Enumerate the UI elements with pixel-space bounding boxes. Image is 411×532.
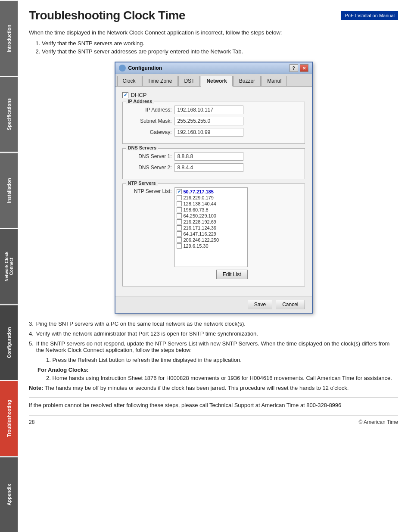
gateway-row: Gateway:: [127, 128, 300, 137]
gateway-input[interactable]: [174, 128, 243, 137]
ntp-checkbox-2[interactable]: [177, 201, 182, 206]
intro-step-2: Verify that the SNTP server addresses ar…: [42, 48, 398, 55]
tab-clock[interactable]: Clock: [117, 76, 141, 86]
dialog-title-area: Configuration: [119, 65, 162, 72]
copyright: © American Time: [358, 419, 398, 425]
ntp-ip-0: 50.77.217.185: [184, 189, 214, 194]
dialog-controls: ? ✕: [290, 64, 308, 72]
edit-list-row: Edit List: [174, 270, 248, 279]
ntp-ip-6: 216.171.124.36: [184, 225, 216, 230]
bottom-steps: 3. Ping the SNTP servers with a PC on th…: [29, 320, 398, 391]
tab-manuf[interactable]: Manuf: [262, 76, 287, 86]
ntp-item-4[interactable]: 64.250.229.100: [177, 213, 246, 219]
dialog-help-button[interactable]: ?: [290, 64, 298, 72]
ntp-ip-2: 128.138.140.44: [184, 201, 216, 206]
ip-address-input[interactable]: [174, 106, 243, 114]
analog-clocks-step: 2. Home hands using Instruction Sheet 18…: [46, 375, 398, 381]
intro-text: When the time displayed in the Network C…: [29, 29, 398, 36]
sidebar: Introduction Specifications Installation…: [0, 0, 18, 532]
dns2-input[interactable]: [174, 163, 243, 172]
subnet-mask-label: Subnet Mask:: [127, 118, 174, 124]
ntp-ip-5: 216.228.192.69: [184, 219, 216, 224]
ntp-item-8[interactable]: 206.246.122.250: [177, 237, 246, 243]
ntp-item-6[interactable]: 216.171.124.36: [177, 225, 246, 231]
ntp-checkbox-4[interactable]: [177, 213, 182, 218]
step-3: 3. Ping the SNTP servers with a PC on th…: [29, 320, 398, 327]
dns1-row: DNS Server 1:: [127, 152, 300, 161]
manual-badge: PoE Installation Manual: [341, 11, 398, 20]
dns2-label: DNS Server 2:: [127, 165, 174, 171]
step-5-text: If the SNTP servers do not respond, upda…: [36, 340, 398, 353]
ntp-checkbox-1[interactable]: [177, 195, 182, 200]
dns2-row: DNS Server 2:: [127, 163, 300, 172]
dialog-title-text: Configuration: [128, 65, 162, 71]
footer-text: If the problem cannot be resolved after …: [29, 397, 398, 408]
note-paragraph: Note: The hands may be off by minutes or…: [29, 385, 398, 391]
ntp-checkbox-8[interactable]: [177, 237, 182, 243]
analog-clocks-header: For Analog Clocks:: [37, 367, 398, 373]
ntp-item-2[interactable]: 128.138.140.44: [177, 201, 246, 207]
subnet-mask-input[interactable]: [174, 117, 243, 125]
edit-list-button[interactable]: Edit List: [216, 270, 248, 279]
ntp-server-list-label: NTP Server List:: [127, 187, 174, 194]
ntp-checkbox-0[interactable]: ✔: [177, 189, 182, 194]
dialog-footer: Save Cancel: [115, 296, 312, 313]
ntp-item-1[interactable]: 216.229.0.179: [177, 195, 246, 201]
ntp-item-0[interactable]: ✔50.77.217.185: [177, 189, 246, 195]
ip-address-row: IP Address:: [127, 106, 300, 114]
dialog-titlebar: Configuration ? ✕: [115, 62, 312, 74]
intro-step-1: Verify that the SNTP servers are working…: [42, 40, 398, 47]
dns-servers-group-label: DNS Servers: [126, 145, 159, 150]
sidebar-tab-troubleshooting[interactable]: Troubleshooting: [0, 380, 18, 456]
ntp-item-9[interactable]: 129.6.15.30: [177, 243, 246, 249]
gateway-label: Gateway:: [127, 129, 174, 135]
step-5: 5. If the SNTP servers do not respond, u…: [29, 340, 398, 353]
ntp-checkbox-3[interactable]: [177, 207, 182, 212]
subnet-mask-row: Subnet Mask:: [127, 117, 300, 125]
cancel-button[interactable]: Cancel: [276, 300, 305, 309]
config-dialog: Configuration ? ✕ Clock Time Zone DST Ne…: [115, 62, 313, 314]
sidebar-tab-configuration[interactable]: Configuration: [0, 304, 18, 380]
dialog-body: ✔ DHCP IP Address IP Address: Subnet Mas…: [115, 87, 312, 296]
main-content: Troubleshooting Clock Time PoE Installat…: [18, 0, 411, 436]
step-4-num: 4.: [29, 330, 34, 337]
dns1-label: DNS Server 1:: [127, 153, 174, 159]
dhcp-checkbox[interactable]: ✔: [122, 92, 128, 98]
ntp-checkbox-9[interactable]: [177, 243, 182, 249]
save-button[interactable]: Save: [248, 300, 272, 309]
note-content: The hands may be off by minutes or secon…: [43, 385, 349, 391]
sidebar-tab-appendix[interactable]: Appendix: [0, 456, 18, 532]
ntp-server-list[interactable]: ✔50.77.217.185216.229.0.179128.138.140.4…: [174, 187, 248, 267]
ntp-item-5[interactable]: 216.228.192.69: [177, 219, 246, 225]
ntp-ip-1: 216.229.0.179: [184, 195, 214, 200]
step-4-text: Verify with the network administrator th…: [36, 330, 258, 337]
tab-timezone[interactable]: Time Zone: [142, 76, 178, 86]
ntp-server-list-row: NTP Server List: ✔50.77.217.185216.229.0…: [127, 187, 300, 279]
step-4: 4. Verify with the network administrator…: [29, 330, 398, 337]
ntp-checkbox-5[interactable]: [177, 219, 182, 224]
tab-dst[interactable]: DST: [178, 76, 200, 86]
intro-step-list: Verify that the SNTP servers are working…: [42, 40, 398, 55]
ntp-checkbox-6[interactable]: [177, 225, 182, 230]
step-3-num: 3.: [29, 320, 34, 327]
tab-network[interactable]: Network: [201, 76, 232, 87]
dialog-app-icon: [119, 65, 126, 72]
tab-buzzer[interactable]: Buzzer: [234, 76, 261, 86]
dialog-tab-bar: Clock Time Zone DST Network Buzzer Manuf: [115, 74, 312, 87]
dns-servers-group: DNS Servers DNS Server 1: DNS Server 2:: [122, 148, 305, 179]
sidebar-tab-network-clock-connect[interactable]: Network Clock Connect: [0, 228, 18, 304]
page-number: 28: [29, 419, 34, 425]
ip-address-label: IP Address:: [127, 107, 174, 113]
ntp-ip-4: 64.250.229.100: [184, 213, 216, 218]
dialog-close-button[interactable]: ✕: [300, 64, 308, 72]
ntp-item-7[interactable]: 64.147.116.229: [177, 231, 246, 237]
sidebar-tab-installation[interactable]: Installation: [0, 152, 18, 228]
ntp-item-3[interactable]: 198.60.73.8: [177, 207, 246, 213]
dns1-input[interactable]: [174, 152, 243, 161]
page-footer: 28 © American Time: [29, 415, 398, 427]
ntp-ip-8: 206.246.122.250: [184, 237, 219, 243]
sidebar-tab-introduction[interactable]: Introduction: [0, 0, 18, 76]
sidebar-tab-specifications[interactable]: Specifications: [0, 76, 18, 152]
ip-address-group: IP Address IP Address: Subnet Mask: Gate…: [122, 102, 305, 144]
ntp-checkbox-7[interactable]: [177, 231, 182, 236]
